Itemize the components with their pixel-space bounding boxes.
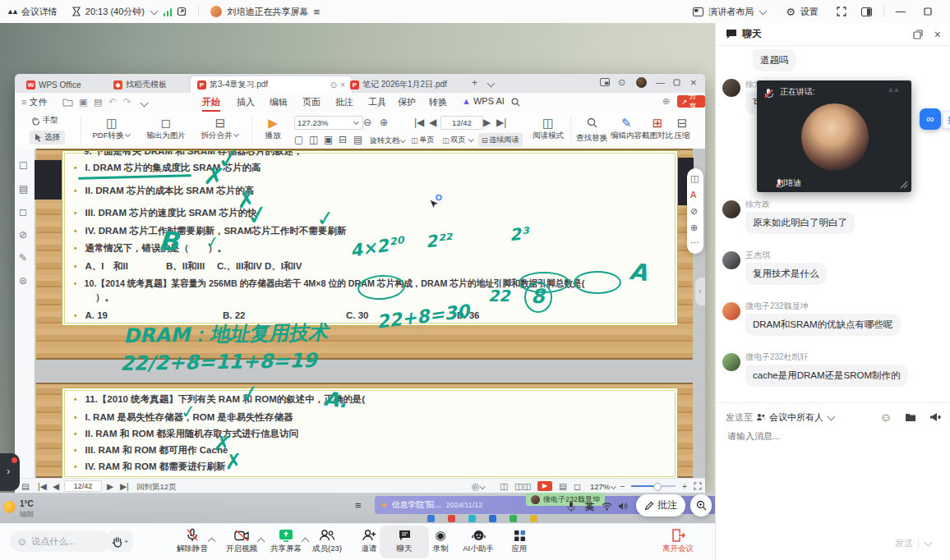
next-page-icon[interactable]: ▶ xyxy=(107,481,113,491)
zoom-plus-icon[interactable]: + xyxy=(682,481,687,491)
menu-tools[interactable]: 工具 xyxy=(368,96,386,108)
stamp-icon[interactable]: ⊜ xyxy=(19,275,27,287)
taskbar-app-icons[interactable] xyxy=(427,515,537,522)
highlight-tool-icon[interactable]: A xyxy=(690,190,696,200)
rotate-left-icon[interactable]: ⊟ xyxy=(339,134,347,145)
chat-avatar[interactable] xyxy=(722,251,740,269)
meeting-panel-collapse-tab[interactable]: › xyxy=(0,453,20,491)
send-button[interactable]: 发送 xyxy=(895,537,913,549)
minimize-button[interactable]: — xyxy=(896,7,906,16)
wps-restore-button[interactable] xyxy=(673,79,680,86)
export-image-button[interactable]: ◻输出为图片 xyxy=(141,115,191,141)
next-page-icon[interactable]: ▶ xyxy=(483,117,491,128)
open-window-icon[interactable] xyxy=(177,7,187,16)
chat-avatar[interactable] xyxy=(722,302,740,320)
menu-file[interactable]: ≡ 文件 xyxy=(21,96,47,108)
double-page-button[interactable]: ◫双页 xyxy=(442,135,474,145)
megaphone-icon[interactable] xyxy=(929,412,941,422)
zoom-out-icon[interactable]: ⊖ xyxy=(363,117,371,128)
first-page-icon[interactable]: |◀ xyxy=(414,117,424,128)
prev-page-icon[interactable]: ◀ xyxy=(429,117,436,128)
raise-hand-button[interactable]: + xyxy=(107,530,133,552)
tab-active-pdf[interactable]: P 第3-4章复习.pdf ⊙ × xyxy=(191,76,352,93)
apps-button[interactable]: 应用 xyxy=(496,527,542,554)
hand-tool[interactable]: 手型 xyxy=(31,115,58,126)
fullscreen-icon[interactable] xyxy=(837,7,846,16)
popout-icon[interactable] xyxy=(913,30,923,39)
bookmark-icon[interactable]: ☐ xyxy=(19,160,28,172)
layout-selector[interactable]: 演讲者布局 xyxy=(708,6,754,18)
members-button[interactable]: 成员(23) xyxy=(304,527,350,554)
zoom-minus-icon[interactable]: − xyxy=(620,481,625,491)
find-replace-button[interactable]: 查找替换 xyxy=(575,115,608,144)
audience-selector[interactable]: 会议中所有人 xyxy=(769,411,823,424)
menu-comment[interactable]: 批注 xyxy=(335,96,353,108)
share-button[interactable]: ↗分享 xyxy=(677,95,705,108)
upload-cloud-icon[interactable]: ⊕ xyxy=(662,96,670,107)
chat-message-input[interactable] xyxy=(726,430,934,442)
docs-drag-icon[interactable]: ∞ xyxy=(920,108,941,130)
shape-tool-icon[interactable]: ⊘ xyxy=(690,206,698,217)
speaker-video-window[interactable]: 正在讲话: ▲▲ 刘培迪 xyxy=(757,80,911,192)
back-to-page-link[interactable]: 回到第12页 xyxy=(136,482,177,493)
tab-wps-office[interactable]: W WPS Office xyxy=(20,76,88,93)
panel-collapse-tab[interactable]: ‹ xyxy=(695,278,705,305)
file-attach-icon[interactable] xyxy=(905,412,916,422)
weather-temp[interactable]: 1°C xyxy=(20,499,34,508)
zoom-slider-handle[interactable] xyxy=(653,483,662,491)
comment-panel-icon[interactable]: ◻ xyxy=(19,206,27,218)
status-zoom-value[interactable]: 127% xyxy=(590,482,610,491)
maximize-button[interactable] xyxy=(924,7,932,16)
fullscreen-reader-icon[interactable] xyxy=(694,482,702,490)
chat-avatar[interactable] xyxy=(722,353,740,371)
wps-close-button[interactable]: × xyxy=(690,76,697,89)
fit-page-icon[interactable]: ▢ xyxy=(294,134,303,145)
fit-width-icon[interactable]: ◫ xyxy=(309,134,318,145)
select-tool[interactable]: 选择 xyxy=(30,131,65,145)
rotate-right-icon[interactable]: ▤ xyxy=(353,134,362,145)
status-page-box[interactable]: 12/42 xyxy=(64,480,102,492)
pdf-convert-button[interactable]: ◫PDF转换 xyxy=(89,115,135,141)
chat-avatar[interactable] xyxy=(722,200,740,218)
tray-lang[interactable]: 英 xyxy=(585,501,594,513)
chat-avatar[interactable] xyxy=(722,79,740,97)
menu-wps-ai[interactable]: ▲ WPS AI xyxy=(462,96,505,106)
tab-docer-templates[interactable]: ◆ 找稻壳模板 xyxy=(107,76,173,93)
compress-button[interactable]: ⊟压缩 xyxy=(671,115,694,141)
send-options-chevron-icon[interactable] xyxy=(925,539,933,547)
view-options-icon[interactable]: ◎ xyxy=(472,481,487,491)
slideshow-play-button[interactable]: ▶ xyxy=(537,481,552,491)
tray-mic-icon[interactable] xyxy=(567,501,575,512)
meeting-detail-button[interactable]: 会议详情 xyxy=(21,6,58,18)
send-button-group[interactable]: 发送 xyxy=(895,537,933,549)
magnifier-pill-button[interactable] xyxy=(690,494,712,516)
last-page-icon[interactable]: ▶| xyxy=(496,117,506,128)
page-number-box[interactable]: 12/42 xyxy=(440,116,483,130)
settings-button[interactable]: 设置 xyxy=(800,6,819,18)
emoji-picker-icon[interactable]: ☺ xyxy=(880,411,892,424)
quick-chat-input[interactable]: ☺ 说点什么... xyxy=(10,530,110,552)
layout-book-icon[interactable]: ◻ xyxy=(574,481,581,491)
zoom-chevron-icon[interactable] xyxy=(611,484,616,489)
meeting-timer[interactable]: 20:13 (40分钟) xyxy=(85,6,145,18)
play-button[interactable]: ▶播放 xyxy=(258,115,288,141)
pdf-document-area[interactable]: 9. 下面是有关 DRAM 和 SRAM 存储器芯片的叙述， •I. DRAM … xyxy=(35,149,705,478)
tray-volume-icon[interactable] xyxy=(618,502,628,511)
single-page-button[interactable]: ◫单页 xyxy=(411,135,435,145)
ai-assistant-button[interactable]: AI小助手 xyxy=(455,527,501,554)
chat-close-icon[interactable]: × xyxy=(934,28,941,41)
save-icon[interactable]: ▣ xyxy=(79,97,87,108)
outline-icon[interactable]: ▤ xyxy=(19,183,28,195)
share-list-icon[interactable]: ≡ xyxy=(313,7,320,17)
side-panel-toggle-icon[interactable] xyxy=(861,7,872,16)
weather-desc[interactable]: 晴朗 xyxy=(20,510,34,520)
pin-tab-icon[interactable]: ⊙ xyxy=(330,80,337,90)
redo-icon[interactable]: ↷ xyxy=(123,96,131,108)
layout-single-icon[interactable]: ▤ xyxy=(559,481,567,491)
screenshot-compare-button[interactable]: ⊞截图对比 xyxy=(641,115,674,141)
thumbnail-panel-icon[interactable]: ▤ xyxy=(21,481,30,491)
new-tab-button[interactable]: + xyxy=(472,77,477,89)
fit-width-icon[interactable]: ◫ xyxy=(500,481,508,491)
more-tools-icon[interactable]: ⋯ xyxy=(690,237,699,248)
menu-home[interactable]: 开始 xyxy=(202,96,220,112)
